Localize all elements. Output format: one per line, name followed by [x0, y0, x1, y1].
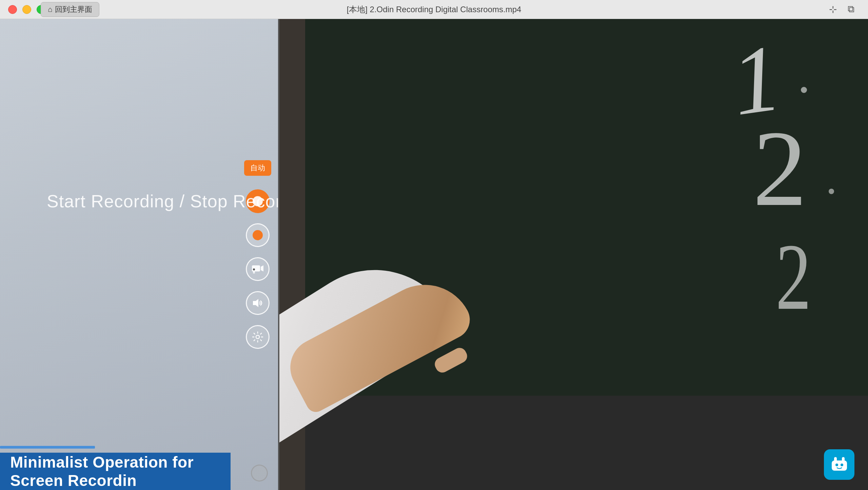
chalk-writing: 1 2 2 [305, 19, 868, 396]
panel-separator [278, 19, 279, 490]
back-button[interactable]: ⌂ 回到主界面 [41, 2, 99, 17]
svg-marker-4 [253, 299, 258, 307]
caption-text-box: Minimalist Operation for Screen Recordin [0, 453, 231, 490]
svg-rect-6 [832, 460, 847, 471]
settings-icon [252, 331, 264, 343]
record-dot-button[interactable] [246, 223, 270, 247]
svg-rect-8 [842, 457, 845, 462]
window-title: [本地] 2.Odin Recording Digital Classrooms… [347, 4, 521, 15]
titlebar: ⌂ 回到主界面 [本地] 2.Odin Recording Digital Cl… [0, 0, 868, 19]
record-dot-indicator [253, 230, 263, 240]
auto-badge[interactable]: 自动 [244, 160, 271, 176]
chalk-number-2b: 2 [776, 229, 811, 324]
svg-rect-7 [834, 457, 837, 462]
chalk-dot-1 [801, 87, 807, 93]
video-left-panel: 自动 Start Recording / Stop Recording [0, 19, 278, 490]
chalk-number-2a: 2 [753, 114, 807, 223]
svg-marker-1 [261, 265, 263, 271]
home-icon: ⌂ [48, 5, 52, 14]
svg-point-10 [841, 464, 843, 466]
settings-button[interactable] [246, 325, 270, 349]
video-right-panel: 1 2 2 [278, 19, 868, 490]
tooltip-label: Start Recording / Stop Recording [47, 191, 278, 211]
caption-bar: Minimalist Operation for Screen Recordin [0, 446, 278, 490]
bilibili-icon[interactable] [824, 449, 854, 480]
bookmark-icon[interactable]: ⊹ [829, 4, 837, 15]
video-source-button[interactable] [246, 257, 270, 281]
svg-point-5 [256, 335, 259, 339]
chalk-dot-2 [829, 189, 834, 194]
svg-rect-0 [252, 265, 260, 271]
pip-icon[interactable]: ⧉ [848, 4, 854, 15]
svg-point-2 [253, 268, 255, 270]
volume-icon [252, 297, 264, 309]
caption-progress-bar [0, 446, 95, 449]
caption-text: Minimalist Operation for Screen Recordin [10, 453, 220, 490]
play-icon [830, 455, 849, 474]
bottom-circle-indicator [251, 465, 268, 482]
wall-strip [278, 19, 305, 490]
close-button[interactable] [8, 5, 17, 14]
blackboard: 1 2 2 [305, 19, 868, 396]
titlebar-actions: ⊹ ⧉ [829, 4, 854, 15]
video-container: 自动 Start Recording / Stop Recording [0, 19, 868, 490]
minimize-button[interactable] [22, 5, 31, 14]
record-toggle-button[interactable]: Start Recording / Stop Recording [246, 189, 270, 213]
sidebar-toolbar: 自动 Start Recording / Stop Recording [244, 160, 271, 349]
titlebar-controls [8, 5, 45, 14]
video-source-icon [251, 263, 264, 276]
back-button-label: 回到主界面 [55, 4, 92, 15]
svg-rect-3 [253, 271, 255, 274]
volume-button[interactable] [246, 291, 270, 315]
svg-point-9 [835, 464, 838, 466]
left-overlay [0, 19, 278, 490]
